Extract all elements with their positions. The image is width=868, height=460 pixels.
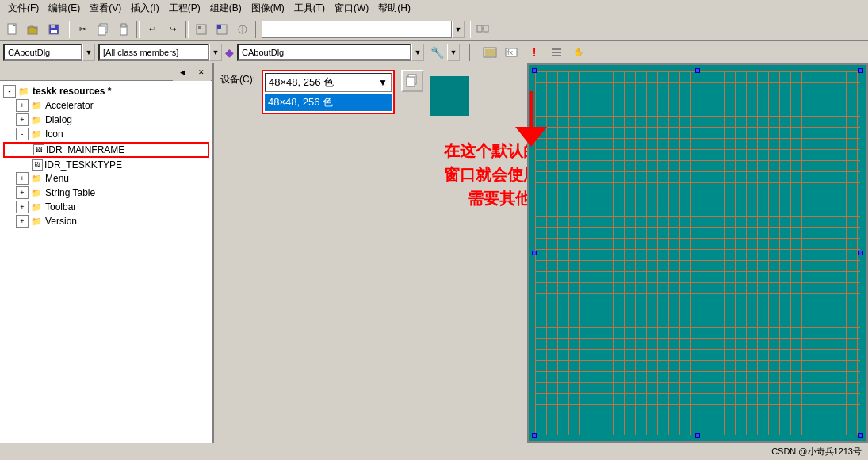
right-panel: 设备(C): 48×48, 256 色 ▼ 48×48, 256 色 bbox=[214, 63, 868, 443]
tree-idr-teskktype[interactable]: 🖼 IDR_TESKKTYPE bbox=[3, 159, 209, 171]
toolbar: ✂ ↩ ↪ ▼ bbox=[0, 17, 868, 41]
classbar-icon5[interactable]: ✋ bbox=[569, 44, 588, 61]
expand-icon[interactable]: - bbox=[16, 128, 29, 140]
device-current-value: 48×48, 256 色 bbox=[266, 74, 375, 91]
expand-version[interactable]: + bbox=[16, 215, 29, 228]
copy-button[interactable] bbox=[94, 21, 113, 38]
menu-view[interactable]: 查看(V) bbox=[85, 0, 126, 17]
undo-button[interactable]: ↩ bbox=[143, 21, 162, 38]
idr-teskktype-icon: 🖼 bbox=[32, 159, 43, 171]
toolbar-sep-1 bbox=[67, 21, 70, 38]
svg-rect-10 bbox=[197, 25, 206, 34]
handle-ml[interactable] bbox=[532, 251, 537, 255]
folder-accelerator-icon: 📁 bbox=[30, 100, 43, 111]
device-label: 设备(C): bbox=[220, 70, 255, 86]
menu-file[interactable]: 文件(F) bbox=[3, 0, 44, 17]
expand-root[interactable]: - bbox=[3, 85, 16, 98]
tb-icon3[interactable] bbox=[233, 21, 252, 38]
handle-mr[interactable] bbox=[858, 251, 863, 255]
class-dropdown-3[interactable]: CAboutDlg bbox=[237, 44, 411, 61]
menu-insert[interactable]: 插入(I) bbox=[126, 0, 163, 17]
menubar: 文件(F) 编辑(E) 查看(V) 插入(I) 工程(P) 组建(B) 图像(M… bbox=[0, 0, 868, 17]
main-dropdown[interactable] bbox=[262, 21, 452, 38]
tree-accelerator-label: Accelerator bbox=[45, 100, 94, 111]
tree-version-label: Version bbox=[45, 216, 77, 227]
handle-tl[interactable] bbox=[532, 68, 537, 73]
device-dropdown-container: 48×48, 256 色 ▼ 48×48, 256 色 bbox=[262, 70, 395, 114]
toolbar-sep-2 bbox=[136, 21, 140, 38]
svg-rect-7 bbox=[98, 26, 105, 35]
handle-bl[interactable] bbox=[532, 433, 537, 438]
tree-toolbar[interactable]: + 📁 Toolbar bbox=[3, 200, 209, 214]
panel-btn-2[interactable]: ✕ bbox=[192, 63, 211, 81]
tree-dialog[interactable]: + 📁 Dialog bbox=[3, 113, 209, 127]
expand-dialog[interactable]: + bbox=[16, 113, 29, 126]
tree-idr-mainframe[interactable]: 🖼 IDR_MAINFRAME bbox=[3, 142, 209, 158]
svg-rect-9 bbox=[121, 24, 126, 27]
tb-icon2[interactable] bbox=[212, 21, 231, 38]
class-dropdown-1[interactable]: CAboutDlg bbox=[3, 44, 82, 61]
classbar-icon1[interactable] bbox=[480, 44, 499, 61]
menu-image[interactable]: 图像(M) bbox=[247, 0, 289, 17]
expand-string-table[interactable]: + bbox=[16, 186, 29, 199]
class-dd-arrow-1[interactable]: ▼ bbox=[82, 44, 95, 61]
tree-version[interactable]: + 📁 Version bbox=[3, 214, 209, 228]
svg-rect-5 bbox=[51, 30, 57, 33]
tb-icon4[interactable] bbox=[474, 21, 493, 38]
classbar-icon3[interactable]: ! bbox=[525, 44, 544, 61]
class-dd-arrow-2[interactable]: ▼ bbox=[209, 44, 222, 61]
tree-string-table-label: String Table bbox=[45, 187, 95, 198]
class-dd-arrow-3[interactable]: ▼ bbox=[411, 44, 424, 61]
svg-rect-4 bbox=[51, 25, 55, 28]
handle-br[interactable] bbox=[858, 433, 863, 438]
tree-icon-folder[interactable]: - 📁 Icon bbox=[3, 127, 209, 141]
device-dd-arrow[interactable]: ▼ bbox=[375, 75, 391, 90]
menu-edit[interactable]: 编辑(E) bbox=[44, 0, 85, 17]
save-button[interactable] bbox=[44, 21, 63, 38]
menu-build[interactable]: 组建(B) bbox=[205, 0, 247, 17]
paste-button[interactable] bbox=[114, 21, 133, 38]
menu-project[interactable]: 工程(P) bbox=[164, 0, 205, 17]
class-dropdown-2[interactable]: [All class members] bbox=[98, 44, 209, 61]
tree-accelerator[interactable]: + 📁 Accelerator bbox=[3, 98, 209, 113]
expand-toolbar[interactable]: + bbox=[16, 201, 29, 213]
tree-string-table[interactable]: + 📁 String Table bbox=[3, 186, 209, 200]
new-button[interactable] bbox=[3, 21, 22, 38]
menu-window[interactable]: 窗口(W) bbox=[330, 0, 373, 17]
tree-area: - 📁 teskk resources * + 📁 Accelerator + … bbox=[0, 81, 212, 443]
statusbar-text: CSDN @小奇兵1213号 bbox=[771, 446, 862, 458]
open-button[interactable] bbox=[24, 21, 43, 38]
wrench-icon: 🔧 bbox=[430, 46, 444, 59]
main-dropdown-arrow[interactable]: ▼ bbox=[452, 21, 465, 38]
classbar: CAboutDlg ▼ [All class members] ▼ ◆ CAbo… bbox=[0, 41, 868, 63]
tree-root[interactable]: - 📁 teskk resources * bbox=[3, 84, 209, 98]
device-option[interactable]: 48×48, 256 色 bbox=[265, 94, 392, 111]
redo-button[interactable]: ↪ bbox=[163, 21, 182, 38]
svg-rect-20 bbox=[485, 49, 495, 56]
panel-btn-1[interactable]: ◀ bbox=[173, 63, 192, 81]
svg-rect-17 bbox=[484, 25, 488, 32]
cut-button[interactable]: ✂ bbox=[73, 21, 92, 38]
expand-accelerator[interactable]: + bbox=[16, 99, 29, 112]
copy-device-button[interactable] bbox=[401, 70, 423, 92]
left-panel: ◀ ✕ - 📁 teskk resources * + 📁 Accelerato… bbox=[0, 63, 214, 443]
tree-toolbar-label: Toolbar bbox=[45, 201, 76, 213]
handle-tc[interactable] bbox=[695, 68, 700, 73]
handle-tr[interactable] bbox=[858, 68, 863, 73]
handle-bc[interactable] bbox=[695, 433, 700, 438]
icon-grid[interactable] bbox=[529, 65, 866, 441]
main-area: ◀ ✕ - 📁 teskk resources * + 📁 Accelerato… bbox=[0, 63, 868, 443]
classbar-sep bbox=[469, 44, 472, 61]
expand-menu[interactable]: + bbox=[16, 172, 29, 185]
toolbar-sep-5 bbox=[468, 21, 471, 38]
tb-icon1[interactable] bbox=[192, 21, 211, 38]
menu-help[interactable]: 帮助(H) bbox=[373, 0, 415, 17]
classbar-icon2[interactable]: fx bbox=[503, 44, 522, 61]
tree-menu[interactable]: + 📁 Menu bbox=[3, 171, 209, 186]
folder-toolbar-icon: 📁 bbox=[30, 201, 43, 213]
menu-tools[interactable]: 工具(T) bbox=[289, 0, 330, 17]
classbar-icon4[interactable] bbox=[547, 44, 566, 61]
wrench-arrow[interactable]: ▼ bbox=[447, 44, 460, 61]
tree-menu-label: Menu bbox=[45, 173, 69, 184]
tree-idr-teskktype-label: IDR_TESKKTYPE bbox=[44, 159, 122, 171]
